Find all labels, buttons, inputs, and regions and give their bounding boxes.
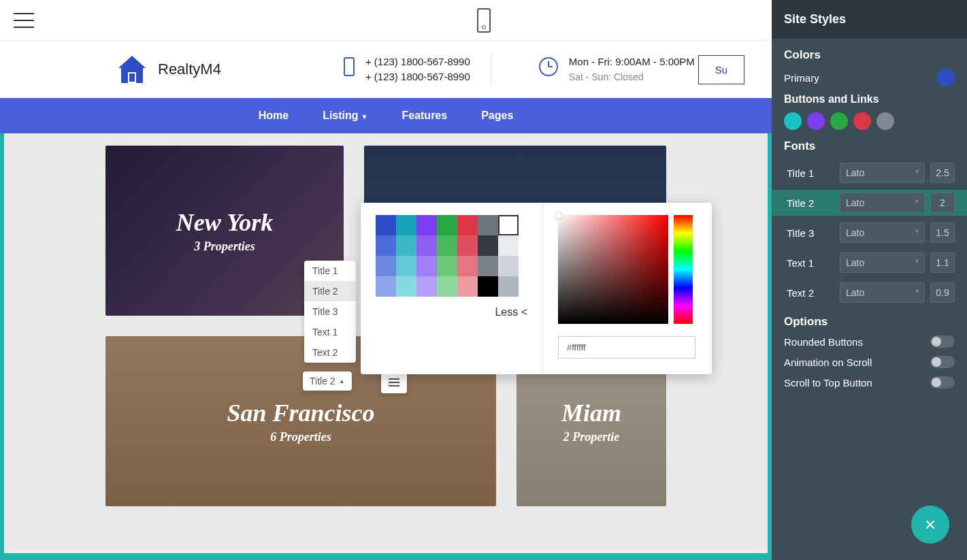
color-swatch[interactable] <box>376 235 396 256</box>
color-swatch[interactable] <box>498 276 519 297</box>
color-swatch[interactable] <box>498 235 519 256</box>
color-swatch[interactable] <box>498 215 519 235</box>
hue-strip[interactable] <box>674 215 693 324</box>
font-select[interactable]: Lato <box>840 223 925 243</box>
logo[interactable]: RealtyM4 <box>116 53 221 86</box>
font-row: Text 2 Lato 0.9 <box>784 280 955 306</box>
color-picker-popup: Less < <box>361 203 712 374</box>
color-swatch[interactable] <box>396 235 416 256</box>
button-color-swatch[interactable] <box>807 112 825 130</box>
card-subtitle: 3 Properties <box>194 240 255 254</box>
align-center-button[interactable] <box>381 372 407 393</box>
color-swatch[interactable] <box>478 256 498 276</box>
text-style-option[interactable]: Title 2 <box>304 281 356 301</box>
scroll-top-row: Scroll to Top Button <box>784 376 955 389</box>
rounded-buttons-row: Rounded Buttons <box>784 335 955 348</box>
divider <box>491 53 491 86</box>
font-size-input[interactable]: 1.5 <box>930 223 955 243</box>
color-swatch[interactable] <box>376 215 396 235</box>
color-swatch[interactable] <box>437 215 457 235</box>
color-swatch[interactable] <box>457 276 478 297</box>
color-swatch[interactable] <box>457 256 478 276</box>
font-label: Text 2 <box>787 287 834 299</box>
font-select[interactable]: Lato <box>840 252 925 273</box>
subscribe-button[interactable]: Su <box>698 55 744 84</box>
card-subtitle: 2 Propertie <box>563 430 620 444</box>
hamburger-menu-icon[interactable] <box>14 13 34 28</box>
less-link[interactable]: Less < <box>376 306 527 318</box>
color-swatch[interactable] <box>396 276 416 297</box>
clock-icon <box>539 57 558 76</box>
color-swatch[interactable] <box>457 235 478 256</box>
font-size-input[interactable]: 2 <box>930 193 955 213</box>
color-swatch[interactable] <box>498 256 519 276</box>
font-label: Title 3 <box>787 227 834 239</box>
chevron-down-icon: ▼ <box>361 113 368 120</box>
bottom-edge <box>0 553 772 560</box>
color-swatch[interactable] <box>416 276 437 297</box>
text-style-option[interactable]: Title 3 <box>304 301 356 322</box>
color-swatch[interactable] <box>396 215 416 235</box>
buttons-links-label: Buttons and Links <box>784 93 955 105</box>
font-select[interactable]: Lato <box>840 282 925 303</box>
font-row: Title 2 Lato 2 <box>772 190 967 216</box>
hex-input[interactable] <box>558 336 695 359</box>
color-swatch[interactable] <box>437 256 457 276</box>
color-swatch[interactable] <box>478 276 498 297</box>
color-swatch[interactable] <box>437 235 457 256</box>
font-row: Title 3 Lato 1.5 <box>784 220 955 246</box>
saturation-value-area[interactable] <box>558 215 668 324</box>
color-swatch[interactable] <box>416 256 437 276</box>
nav-listing[interactable]: Listing▼ <box>323 110 367 122</box>
font-select[interactable]: Lato <box>840 193 925 213</box>
color-swatch[interactable] <box>478 235 498 256</box>
color-swatch[interactable] <box>437 276 457 297</box>
color-swatch[interactable] <box>478 215 498 235</box>
rounded-label: Rounded Buttons <box>784 336 863 348</box>
nav-features[interactable]: Features <box>401 110 447 122</box>
options-heading: Options <box>784 315 955 329</box>
font-select[interactable]: Lato <box>840 163 925 183</box>
color-swatch[interactable] <box>457 215 478 235</box>
brand-name: RealtyM4 <box>158 61 221 78</box>
color-swatch[interactable] <box>396 256 416 276</box>
button-color-swatch[interactable] <box>853 112 871 130</box>
card-subtitle: 6 Properties <box>270 430 331 444</box>
color-swatch[interactable] <box>416 235 437 256</box>
nav-pages[interactable]: Pages <box>481 110 513 122</box>
font-size-input[interactable]: 2.5 <box>930 163 955 183</box>
nav-home[interactable]: Home <box>259 110 289 122</box>
site-styles-panel: Site Styles Colors Primary Buttons and L… <box>772 0 967 560</box>
title-chip[interactable]: Title 2▲ <box>303 372 352 391</box>
button-color-swatch[interactable] <box>830 112 848 130</box>
house-logo-icon <box>116 53 148 86</box>
button-color-swatch[interactable] <box>876 112 894 130</box>
text-style-option[interactable]: Text 2 <box>304 342 356 363</box>
font-size-input[interactable]: 1.1 <box>930 252 955 273</box>
phone-icon <box>344 57 355 76</box>
rounded-toggle[interactable] <box>930 335 955 348</box>
animation-toggle[interactable] <box>930 356 955 368</box>
color-swatch[interactable] <box>376 256 396 276</box>
phone-block: + (123) 1800-567-8990 + (123) 1800-567-8… <box>344 54 470 85</box>
site-header: RealtyM4 + (123) 1800-567-8990 + (123) 1… <box>0 41 772 98</box>
button-color-swatches <box>784 112 955 130</box>
sv-handle[interactable] <box>555 212 562 219</box>
scroll-toggle[interactable] <box>930 376 955 389</box>
animation-label: Animation on Scroll <box>784 357 872 368</box>
close-panel-button[interactable] <box>911 506 949 544</box>
text-style-option[interactable]: Text 1 <box>304 322 356 342</box>
text-style-menu: Title 1Title 2Title 3Text 1Text 2 <box>304 261 356 363</box>
fonts-heading: Fonts <box>784 139 955 153</box>
mobile-device-icon[interactable] <box>477 8 491 33</box>
color-swatch[interactable] <box>376 276 396 297</box>
chevron-up-icon: ▲ <box>340 378 345 384</box>
primary-color-swatch[interactable] <box>937 69 955 86</box>
align-center-icon <box>389 382 399 383</box>
button-color-swatch[interactable] <box>784 112 802 130</box>
text-style-option[interactable]: Title 1 <box>304 261 356 281</box>
card-title: San Francisco <box>227 399 374 427</box>
primary-row: Primary <box>784 69 955 86</box>
color-swatch[interactable] <box>416 215 437 235</box>
font-size-input[interactable]: 0.9 <box>930 282 955 303</box>
